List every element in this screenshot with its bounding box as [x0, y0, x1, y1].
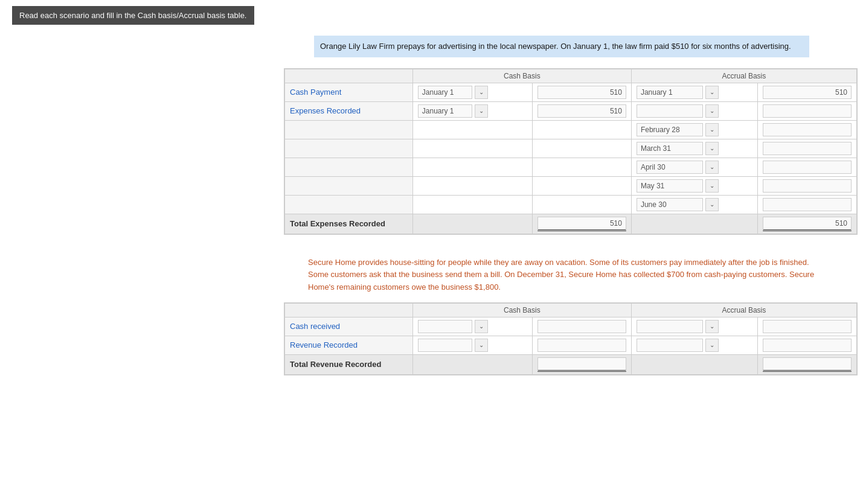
- revenue-recorded-accrual-date-select[interactable]: January 1December 31February 28March 31A…: [637, 339, 703, 352]
- extra-row1-accrual-date-select[interactable]: February 28 January 1January 31March 31A…: [637, 123, 703, 136]
- extra-row3-label: [285, 158, 413, 176]
- cash-payment-cash-date-arrow[interactable]: ⌄: [475, 86, 488, 99]
- expenses-recorded-accrual-value-cell[interactable]: [757, 101, 856, 120]
- revenue-recorded-accrual-value-input[interactable]: [763, 339, 852, 352]
- cash-payment-label: Cash Payment: [285, 83, 413, 101]
- extra-row3-cash-date-cell: [412, 158, 532, 176]
- cash-payment-accrual-date-cell[interactable]: January 1 January 31February 28March 31A…: [631, 83, 757, 101]
- extra-row3-accrual-value-cell[interactable]: [757, 158, 856, 176]
- cash-received-cash-value-input[interactable]: [537, 320, 626, 333]
- extra-row4-accrual-value-cell[interactable]: [757, 176, 856, 195]
- revenue-recorded-cash-date-select[interactable]: January 1December 31February 28March 31A…: [418, 339, 472, 352]
- scenario1-text: Orange Lily Law Firm prepays for adverti…: [314, 36, 809, 57]
- extra-row2-accrual-value-cell[interactable]: [757, 139, 856, 158]
- extra-row4-accrual-date-select[interactable]: May 31 January 1January 31February 28Mar…: [637, 179, 703, 193]
- extra-row3-accrual-date-arrow[interactable]: ⌄: [705, 161, 719, 174]
- extra-row2-accrual-value-input[interactable]: [763, 142, 852, 155]
- extra-row5-accrual-date-arrow[interactable]: ⌄: [705, 198, 719, 211]
- expenses-recorded-cash-date-arrow[interactable]: ⌄: [475, 104, 488, 118]
- cash-payment-cash-value-input[interactable]: [537, 86, 626, 99]
- table1-header-row: Cash Basis Accrual Basis: [285, 69, 857, 83]
- table-row: March 31 January 1January 31February 28A…: [285, 139, 857, 158]
- extra-row4-label: [285, 176, 413, 195]
- cash-received-accrual-date-cell[interactable]: January 1December 31February 28March 31A…: [631, 317, 757, 336]
- cash-received-cash-date-arrow[interactable]: ⌄: [475, 320, 488, 333]
- table-row: April 30 January 1January 31February 28M…: [285, 158, 857, 176]
- total-accrual-value-input[interactable]: [763, 217, 852, 231]
- cash-received-accrual-date-arrow[interactable]: ⌄: [705, 320, 719, 333]
- table2: Cash Basis Accrual Basis Cash received J…: [284, 303, 857, 375]
- expenses-recorded-cash-value-input[interactable]: [537, 104, 626, 118]
- cash-payment-accrual-value-input[interactable]: [763, 86, 852, 99]
- table2-total-cash-value-input[interactable]: [537, 357, 626, 372]
- scenario2-content: Secure Home provides house-sitting for p…: [308, 258, 814, 292]
- expenses-recorded-label: Expenses Recorded: [285, 101, 413, 120]
- extra-row5-accrual-date-cell[interactable]: June 30 January 1January 31February 28Ma…: [631, 195, 757, 214]
- extra-row4-accrual-date-cell[interactable]: May 31 January 1January 31February 28Mar…: [631, 176, 757, 195]
- table1-accrual-basis-header: Accrual Basis: [631, 69, 856, 83]
- revenue-recorded-cash-value-cell[interactable]: [532, 336, 631, 354]
- extra-row3-accrual-date-cell[interactable]: April 30 January 1January 31February 28M…: [631, 158, 757, 176]
- total-accrual-value-cell[interactable]: [757, 214, 856, 234]
- extra-row2-accrual-date-arrow[interactable]: ⌄: [705, 142, 719, 155]
- extra-row3-accrual-date-select[interactable]: April 30 January 1January 31February 28M…: [637, 161, 703, 174]
- table2-total-accrual-date-cell: [631, 354, 757, 374]
- revenue-recorded-cash-date-cell[interactable]: January 1December 31February 28March 31A…: [412, 336, 532, 354]
- cash-payment-accrual-value-cell[interactable]: [757, 83, 856, 101]
- extra-row1-accrual-value-cell[interactable]: [757, 120, 856, 139]
- extra-row4-accrual-value-input[interactable]: [763, 179, 852, 193]
- expenses-recorded-accrual-date-cell[interactable]: January 1January 31February 28March 31Ap…: [631, 101, 757, 120]
- cash-payment-cash-value-cell[interactable]: [532, 83, 631, 101]
- extra-row5-accrual-date-select[interactable]: June 30 January 1January 31February 28Ma…: [637, 198, 703, 211]
- expenses-recorded-accrual-date-select[interactable]: January 1January 31February 28March 31Ap…: [637, 104, 703, 118]
- cash-payment-cash-date-select[interactable]: January 1 January 31February 28March 31A…: [418, 86, 472, 99]
- revenue-recorded-cash-value-input[interactable]: [537, 339, 626, 352]
- extra-row2-accrual-date-cell[interactable]: March 31 January 1January 31February 28A…: [631, 139, 757, 158]
- extra-row5-accrual-value-input[interactable]: [763, 198, 852, 211]
- table1-wrapper: Cash Basis Accrual Basis Cash Payment Ja…: [284, 68, 858, 235]
- extra-row2-accrual-date-select[interactable]: March 31 January 1January 31February 28A…: [637, 142, 703, 155]
- extra-row3-accrual-value-input[interactable]: [763, 161, 852, 174]
- extra-row1-accrual-date-arrow[interactable]: ⌄: [705, 123, 719, 136]
- extra-row1-accrual-date-cell[interactable]: February 28 January 1January 31March 31A…: [631, 120, 757, 139]
- expenses-recorded-accrual-date-arrow[interactable]: ⌄: [705, 104, 719, 118]
- extra-row5-accrual-value-cell[interactable]: [757, 195, 856, 214]
- scenario2-text: Secure Home provides house-sitting for p…: [308, 257, 827, 294]
- table2-wrapper: Cash Basis Accrual Basis Cash received J…: [284, 302, 858, 375]
- table2-total-accrual-value-input[interactable]: [763, 357, 852, 372]
- cash-payment-accrual-date-arrow[interactable]: ⌄: [705, 86, 719, 99]
- total-revenue-label: Total Revenue Recorded: [285, 354, 413, 374]
- extra-row1-accrual-value-input[interactable]: [763, 123, 852, 136]
- cash-received-cash-value-cell[interactable]: [532, 317, 631, 336]
- expenses-recorded-cash-value-cell[interactable]: [532, 101, 631, 120]
- expenses-recorded-cash-date-cell[interactable]: January 1 January 31February 28March 31A…: [412, 101, 532, 120]
- cash-payment-cash-date-cell[interactable]: January 1 January 31February 28March 31A…: [412, 83, 532, 101]
- cash-received-accrual-value-input[interactable]: [763, 320, 852, 333]
- table-row: June 30 January 1January 31February 28Ma…: [285, 195, 857, 214]
- table2-total-accrual-value-cell[interactable]: [757, 354, 856, 374]
- cash-payment-accrual-date-select[interactable]: January 1 January 31February 28March 31A…: [637, 86, 703, 99]
- cash-received-accrual-value-cell[interactable]: [757, 317, 856, 336]
- extra-row5-label: [285, 195, 413, 214]
- table-row: Cash received January 1December 31Februa…: [285, 317, 857, 336]
- revenue-recorded-accrual-date-cell[interactable]: January 1December 31February 28March 31A…: [631, 336, 757, 354]
- cash-received-accrual-date-select[interactable]: January 1December 31February 28March 31A…: [637, 320, 703, 333]
- table2-header-row: Cash Basis Accrual Basis: [285, 303, 857, 317]
- extra-row2-cash-value-cell: [532, 139, 631, 158]
- instruction-bar: Read each scenario and fill in the Cash …: [12, 6, 254, 25]
- revenue-recorded-cash-date-arrow[interactable]: ⌄: [475, 339, 488, 352]
- table1-label-header: [285, 69, 413, 83]
- total-cash-value-input[interactable]: [537, 217, 626, 231]
- total-cash-value-cell[interactable]: [532, 214, 631, 234]
- expenses-recorded-cash-date-select[interactable]: January 1 January 31February 28March 31A…: [418, 104, 472, 118]
- cash-received-cash-date-select[interactable]: January 1December 31February 28March 31A…: [418, 320, 472, 333]
- extra-row2-label: [285, 139, 413, 158]
- cash-received-cash-date-cell[interactable]: January 1December 31February 28March 31A…: [412, 317, 532, 336]
- extra-row4-accrual-date-arrow[interactable]: ⌄: [705, 179, 719, 193]
- expenses-recorded-accrual-value-input[interactable]: [763, 104, 852, 118]
- table1-total-row: Total Expenses Recorded: [285, 214, 857, 234]
- table2-total-cash-value-cell[interactable]: [532, 354, 631, 374]
- table2-accrual-basis-header: Accrual Basis: [631, 303, 856, 317]
- revenue-recorded-accrual-date-arrow[interactable]: ⌄: [705, 339, 719, 352]
- revenue-recorded-accrual-value-cell[interactable]: [757, 336, 856, 354]
